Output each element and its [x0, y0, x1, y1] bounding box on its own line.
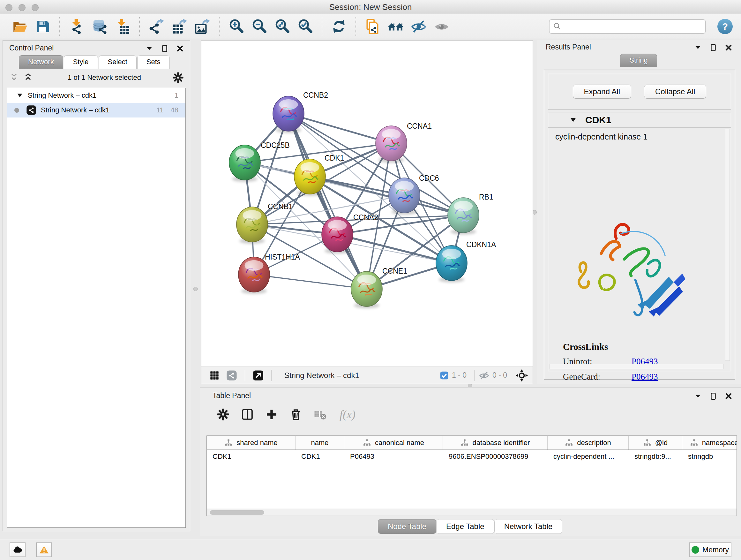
node-CCNE1[interactable]: CCNE1 [351, 267, 407, 308]
table-cell[interactable]: stringdb [682, 450, 737, 464]
node-HIST1H1A[interactable]: HIST1H1A [239, 253, 300, 294]
close-panel-icon[interactable] [724, 392, 733, 400]
table-cell[interactable]: cyclin-dependent ... [548, 450, 629, 464]
cloud-status-button[interactable] [10, 543, 25, 557]
title-bar: Session: New Session [0, 0, 741, 14]
table-header-row: shared namenamecanonical namedatabase id… [207, 436, 737, 450]
memory-button[interactable]: Memory [689, 543, 731, 557]
float-panel-icon[interactable] [709, 392, 718, 400]
clone-network-button[interactable] [364, 17, 382, 36]
save-session-button[interactable] [34, 17, 52, 36]
scrollbar-thumb[interactable] [210, 510, 264, 515]
table-cell[interactable]: CDK1 [295, 450, 344, 464]
network-canvas[interactable]: CCNB2 CCNA1 CDC25B CDK1 [201, 41, 533, 367]
tab-string[interactable]: String [620, 54, 657, 67]
collection-caret-icon[interactable] [16, 92, 23, 99]
column-header-canonical-name[interactable]: canonical name [344, 436, 443, 449]
zoom-selected-button[interactable] [296, 17, 314, 36]
tab-select[interactable]: Select [98, 55, 137, 69]
column-header-description[interactable]: description [548, 436, 629, 449]
column-header--id[interactable]: @id [629, 436, 682, 449]
column-header-namespace[interactable]: namespace [682, 436, 737, 449]
node-CDKN1A[interactable]: CDKN1A [436, 240, 496, 283]
fit-content-button[interactable] [273, 17, 291, 36]
create-column-icon[interactable] [265, 408, 278, 421]
expand-all-networks-icon[interactable] [23, 72, 33, 83]
node-table: shared namenamecanonical namedatabase id… [206, 435, 737, 516]
crosslink-link[interactable]: P06493 [631, 372, 658, 382]
help-button[interactable]: ? [718, 19, 733, 34]
table-row[interactable]: CDK1CDK1P064939606.ENSP00000378699cyclin… [207, 450, 737, 464]
panel-menu-icon[interactable] [694, 44, 702, 52]
search-input[interactable] [549, 19, 706, 34]
tab-network-table[interactable]: Network Table [494, 519, 562, 534]
open-session-button[interactable] [11, 17, 29, 36]
tab-sets[interactable]: Sets [137, 55, 170, 69]
detach-view-icon[interactable] [253, 370, 264, 381]
tab-network[interactable]: Network [19, 55, 63, 69]
zoom-in-button[interactable] [227, 17, 245, 36]
float-panel-icon[interactable] [709, 44, 718, 52]
export-network-button[interactable] [147, 17, 165, 36]
network-row-selected[interactable]: String Network – cdk1 11 48 [7, 103, 185, 118]
close-panel-icon[interactable] [176, 44, 184, 53]
import-network-from-database-button[interactable] [91, 17, 109, 36]
float-panel-icon[interactable] [160, 44, 169, 53]
table-horizontal-scrollbar[interactable] [207, 509, 737, 516]
tab-node-table[interactable]: Node Table [378, 519, 436, 534]
table-cell[interactable]: stringdb:9... [629, 450, 682, 464]
tab-edge-table[interactable]: Edge Table [436, 519, 494, 534]
right-splitter-grip[interactable] [532, 210, 537, 214]
import-network-from-file-button[interactable] [68, 17, 85, 36]
table-options-gear-icon[interactable] [216, 408, 230, 421]
node-CCNB2[interactable]: CCNB2 [273, 91, 328, 133]
export-table-button[interactable] [171, 17, 188, 36]
node-RB1[interactable]: RB1 [448, 193, 493, 235]
apply-layout-button[interactable] [330, 17, 348, 36]
divider [245, 370, 245, 381]
results-horizontal-scrollbar[interactable] [549, 364, 724, 369]
panel-menu-icon[interactable] [694, 392, 702, 400]
close-panel-icon[interactable] [724, 44, 733, 52]
table-cell[interactable]: 9606.ENSP00000378699 [443, 450, 548, 464]
hide-selected-button[interactable] [410, 17, 428, 36]
table-toolbar: f(x) [200, 401, 741, 422]
network-share-icon [26, 105, 37, 115]
edge-CCNB2-CCNE1[interactable] [288, 114, 367, 289]
column-header-shared-name[interactable]: shared name [207, 436, 295, 449]
delete-column-icon[interactable] [289, 408, 302, 421]
divider [271, 370, 272, 381]
warnings-button[interactable] [36, 543, 52, 557]
search-icon [553, 22, 562, 31]
node-CDC6[interactable]: CDC6 [389, 174, 439, 215]
export-image-button[interactable] [193, 17, 211, 36]
section-caret-icon[interactable] [569, 116, 577, 124]
first-neighbors-button[interactable] [387, 17, 405, 36]
birdseye-view-icon[interactable] [515, 369, 528, 382]
column-header-name[interactable]: name [295, 436, 344, 449]
network-options-gear-icon[interactable] [172, 71, 184, 84]
expand-all-button[interactable]: Expand All [573, 84, 631, 99]
show-columns-icon[interactable] [241, 408, 254, 421]
column-type-icon [565, 439, 573, 447]
column-header-database-identifier[interactable]: database identifier [443, 436, 548, 449]
gene-section-header[interactable]: CDK1 [548, 112, 731, 128]
selected-items-checkbox-icon[interactable] [440, 371, 449, 380]
cloud-icon [12, 551, 23, 556]
toolbar-separator [139, 17, 140, 36]
collapse-all-button[interactable]: Collapse All [644, 84, 706, 99]
gene-section: CDK1 cyclin-dependent kinase 1 CrossLink… [548, 112, 731, 371]
zoom-out-button[interactable] [250, 17, 268, 36]
edge-HIST1H1A-CCNE1[interactable] [254, 274, 367, 289]
results-vertical-scrollbar[interactable] [725, 129, 730, 361]
left-splitter-grip[interactable] [193, 287, 198, 291]
table-cell[interactable]: CDK1 [207, 450, 295, 464]
import-table-button[interactable] [114, 17, 131, 36]
network-collection-row[interactable]: String Network – cdk1 1 [7, 88, 185, 103]
show-grid-icon[interactable] [209, 370, 220, 381]
hidden-items-eye-icon[interactable] [479, 370, 489, 381]
tab-style[interactable]: Style [64, 55, 98, 69]
panel-menu-icon[interactable] [145, 44, 153, 53]
collapse-all-networks-icon[interactable] [9, 72, 19, 83]
table-cell[interactable]: P06493 [344, 450, 443, 464]
